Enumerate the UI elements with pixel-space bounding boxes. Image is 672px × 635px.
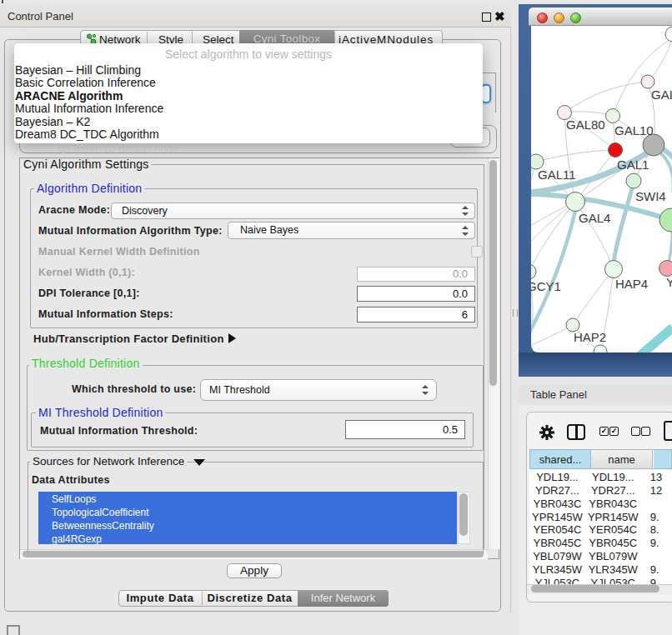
svg-text:HAP2: HAP2	[574, 330, 606, 344]
svg-text:GAL10: GAL10	[614, 123, 654, 138]
svg-text:GCY1: GCY1	[531, 279, 561, 293]
svg-text:GAL80: GAL80	[566, 118, 605, 132]
svg-text:GAL: GAL	[651, 88, 672, 102]
svg-text:SWI4: SWI4	[635, 189, 666, 203]
svg-text:GAL11: GAL11	[538, 168, 576, 182]
svg-text:HAP4: HAP4	[615, 277, 648, 291]
svg-text:Y: Y	[666, 275, 672, 289]
svg-text:GAL1: GAL1	[617, 158, 649, 172]
svg-text:GAL4: GAL4	[579, 211, 610, 225]
